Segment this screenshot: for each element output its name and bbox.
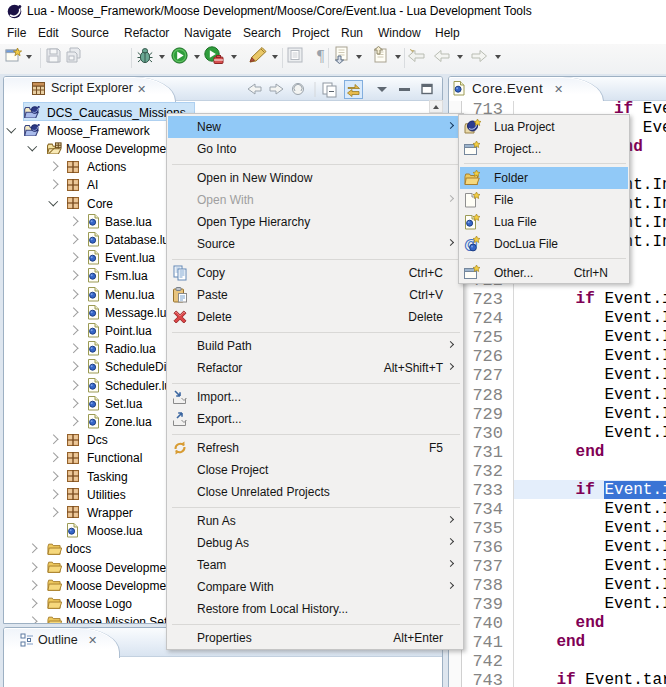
svg-text:¶: ¶	[317, 47, 325, 63]
